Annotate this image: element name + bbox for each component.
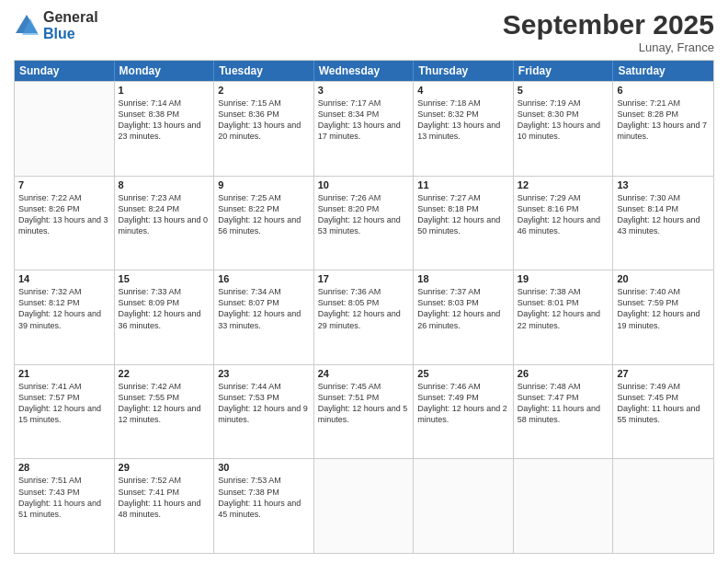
calendar-week-row: 28Sunrise: 7:51 AM Sunset: 7:43 PM Dayli… bbox=[15, 458, 713, 553]
calendar-header-cell: Thursday bbox=[414, 61, 514, 81]
calendar-header-cell: Friday bbox=[514, 61, 614, 81]
day-number: 10 bbox=[318, 179, 410, 190]
header: General Blue September 2025 Lunay, Franc… bbox=[14, 9, 714, 54]
day-info: Sunrise: 7:17 AM Sunset: 8:34 PM Dayligh… bbox=[318, 98, 410, 143]
day-info: Sunrise: 7:53 AM Sunset: 7:38 PM Dayligh… bbox=[218, 475, 310, 520]
calendar-day-cell: 7Sunrise: 7:22 AM Sunset: 8:26 PM Daylig… bbox=[15, 177, 115, 270]
day-info: Sunrise: 7:51 AM Sunset: 7:43 PM Dayligh… bbox=[18, 475, 110, 520]
calendar-day-cell: 13Sunrise: 7:30 AM Sunset: 8:14 PM Dayli… bbox=[613, 177, 713, 270]
calendar-day-cell: 28Sunrise: 7:51 AM Sunset: 7:43 PM Dayli… bbox=[15, 459, 115, 553]
day-info: Sunrise: 7:44 AM Sunset: 7:53 PM Dayligh… bbox=[218, 381, 310, 426]
day-info: Sunrise: 7:42 AM Sunset: 7:55 PM Dayligh… bbox=[119, 381, 210, 426]
calendar-day-cell: 22Sunrise: 7:42 AM Sunset: 7:55 PM Dayli… bbox=[115, 365, 215, 459]
day-number: 12 bbox=[518, 179, 609, 190]
day-number: 18 bbox=[417, 273, 509, 284]
day-number: 7 bbox=[18, 179, 110, 190]
day-number: 20 bbox=[617, 273, 710, 284]
calendar-week-row: 21Sunrise: 7:41 AM Sunset: 7:57 PM Dayli… bbox=[15, 364, 713, 459]
day-number: 22 bbox=[119, 368, 210, 379]
day-number: 27 bbox=[617, 368, 710, 379]
logo-general-text: General bbox=[43, 9, 98, 26]
day-info: Sunrise: 7:23 AM Sunset: 8:24 PM Dayligh… bbox=[119, 192, 210, 237]
day-info: Sunrise: 7:40 AM Sunset: 7:59 PM Dayligh… bbox=[617, 286, 710, 331]
day-number: 29 bbox=[119, 462, 210, 473]
day-number: 25 bbox=[417, 368, 509, 379]
calendar-day-cell: 3Sunrise: 7:17 AM Sunset: 8:34 PM Daylig… bbox=[314, 82, 415, 176]
day-info: Sunrise: 7:41 AM Sunset: 7:57 PM Dayligh… bbox=[18, 381, 110, 426]
day-info: Sunrise: 7:27 AM Sunset: 8:18 PM Dayligh… bbox=[417, 192, 509, 237]
day-number: 19 bbox=[518, 273, 609, 284]
day-info: Sunrise: 7:14 AM Sunset: 8:38 PM Dayligh… bbox=[119, 98, 210, 143]
day-number: 2 bbox=[218, 85, 310, 96]
day-info: Sunrise: 7:29 AM Sunset: 8:16 PM Dayligh… bbox=[518, 192, 609, 237]
day-number: 17 bbox=[318, 273, 410, 284]
day-number: 8 bbox=[119, 179, 210, 190]
calendar-day-cell: 6Sunrise: 7:21 AM Sunset: 8:28 PM Daylig… bbox=[613, 82, 713, 176]
calendar-day-cell: 23Sunrise: 7:44 AM Sunset: 7:53 PM Dayli… bbox=[214, 365, 314, 459]
day-info: Sunrise: 7:33 AM Sunset: 8:09 PM Dayligh… bbox=[119, 286, 210, 331]
calendar-week-row: 7Sunrise: 7:22 AM Sunset: 8:26 PM Daylig… bbox=[15, 176, 713, 270]
calendar-body: 1Sunrise: 7:14 AM Sunset: 8:38 PM Daylig… bbox=[15, 81, 713, 553]
day-number: 23 bbox=[218, 368, 310, 379]
day-info: Sunrise: 7:37 AM Sunset: 8:03 PM Dayligh… bbox=[417, 286, 509, 331]
day-number: 4 bbox=[417, 85, 509, 96]
calendar-header-cell: Wednesday bbox=[314, 61, 415, 81]
calendar-day-cell: 2Sunrise: 7:15 AM Sunset: 8:36 PM Daylig… bbox=[214, 82, 314, 176]
calendar-day-cell: 26Sunrise: 7:48 AM Sunset: 7:47 PM Dayli… bbox=[514, 365, 614, 459]
calendar-day-cell bbox=[314, 459, 415, 553]
logo-blue-text: Blue bbox=[43, 26, 98, 42]
day-info: Sunrise: 7:52 AM Sunset: 7:41 PM Dayligh… bbox=[119, 475, 210, 520]
day-number: 11 bbox=[417, 179, 509, 190]
title-month: September 2025 bbox=[503, 9, 714, 40]
day-number: 28 bbox=[18, 462, 110, 473]
day-info: Sunrise: 7:26 AM Sunset: 8:20 PM Dayligh… bbox=[318, 192, 410, 237]
calendar-day-cell: 18Sunrise: 7:37 AM Sunset: 8:03 PM Dayli… bbox=[414, 270, 514, 364]
day-number: 16 bbox=[218, 273, 310, 284]
calendar-day-cell: 5Sunrise: 7:19 AM Sunset: 8:30 PM Daylig… bbox=[514, 82, 614, 176]
calendar-day-cell: 25Sunrise: 7:46 AM Sunset: 7:49 PM Dayli… bbox=[414, 365, 514, 459]
calendar-header-cell: Saturday bbox=[613, 61, 713, 81]
calendar-day-cell: 11Sunrise: 7:27 AM Sunset: 8:18 PM Dayli… bbox=[414, 177, 514, 270]
day-info: Sunrise: 7:45 AM Sunset: 7:51 PM Dayligh… bbox=[318, 381, 410, 426]
calendar-day-cell: 10Sunrise: 7:26 AM Sunset: 8:20 PM Dayli… bbox=[314, 177, 415, 270]
day-number: 14 bbox=[18, 273, 110, 284]
day-number: 24 bbox=[318, 368, 410, 379]
calendar-day-cell bbox=[514, 459, 614, 553]
page: General Blue September 2025 Lunay, Franc… bbox=[0, 0, 728, 563]
day-info: Sunrise: 7:48 AM Sunset: 7:47 PM Dayligh… bbox=[518, 381, 609, 426]
day-number: 3 bbox=[318, 85, 410, 96]
day-info: Sunrise: 7:34 AM Sunset: 8:07 PM Dayligh… bbox=[218, 286, 310, 331]
calendar-day-cell bbox=[414, 459, 514, 553]
calendar-header-cell: Tuesday bbox=[214, 61, 314, 81]
day-number: 9 bbox=[218, 179, 310, 190]
day-info: Sunrise: 7:32 AM Sunset: 8:12 PM Dayligh… bbox=[18, 286, 110, 331]
calendar-day-cell: 8Sunrise: 7:23 AM Sunset: 8:24 PM Daylig… bbox=[115, 177, 215, 270]
calendar-day-cell: 21Sunrise: 7:41 AM Sunset: 7:57 PM Dayli… bbox=[15, 365, 115, 459]
calendar-day-cell: 12Sunrise: 7:29 AM Sunset: 8:16 PM Dayli… bbox=[514, 177, 614, 270]
calendar-day-cell: 24Sunrise: 7:45 AM Sunset: 7:51 PM Dayli… bbox=[314, 365, 415, 459]
day-info: Sunrise: 7:21 AM Sunset: 8:28 PM Dayligh… bbox=[617, 98, 710, 143]
logo: General Blue bbox=[14, 9, 98, 41]
day-info: Sunrise: 7:15 AM Sunset: 8:36 PM Dayligh… bbox=[218, 98, 310, 143]
day-info: Sunrise: 7:38 AM Sunset: 8:01 PM Dayligh… bbox=[518, 286, 609, 331]
calendar-day-cell bbox=[613, 459, 713, 553]
day-number: 15 bbox=[119, 273, 210, 284]
calendar: SundayMondayTuesdayWednesdayThursdayFrid… bbox=[14, 60, 714, 554]
day-number: 13 bbox=[617, 179, 710, 190]
calendar-day-cell: 29Sunrise: 7:52 AM Sunset: 7:41 PM Dayli… bbox=[115, 459, 215, 553]
title-location: Lunay, France bbox=[503, 40, 714, 54]
calendar-day-cell: 27Sunrise: 7:49 AM Sunset: 7:45 PM Dayli… bbox=[613, 365, 713, 459]
title-block: September 2025 Lunay, France bbox=[503, 9, 714, 54]
day-info: Sunrise: 7:49 AM Sunset: 7:45 PM Dayligh… bbox=[617, 381, 710, 426]
calendar-header-row: SundayMondayTuesdayWednesdayThursdayFrid… bbox=[15, 61, 713, 81]
calendar-day-cell: 17Sunrise: 7:36 AM Sunset: 8:05 PM Dayli… bbox=[314, 270, 415, 364]
calendar-day-cell: 1Sunrise: 7:14 AM Sunset: 8:38 PM Daylig… bbox=[115, 82, 215, 176]
calendar-day-cell: 20Sunrise: 7:40 AM Sunset: 7:59 PM Dayli… bbox=[613, 270, 713, 364]
day-number: 26 bbox=[518, 368, 609, 379]
calendar-week-row: 1Sunrise: 7:14 AM Sunset: 8:38 PM Daylig… bbox=[15, 81, 713, 176]
logo-text: General Blue bbox=[43, 9, 98, 41]
day-number: 5 bbox=[518, 85, 609, 96]
day-info: Sunrise: 7:36 AM Sunset: 8:05 PM Dayligh… bbox=[318, 286, 410, 331]
calendar-day-cell: 15Sunrise: 7:33 AM Sunset: 8:09 PM Dayli… bbox=[115, 270, 215, 364]
calendar-day-cell: 14Sunrise: 7:32 AM Sunset: 8:12 PM Dayli… bbox=[15, 270, 115, 364]
